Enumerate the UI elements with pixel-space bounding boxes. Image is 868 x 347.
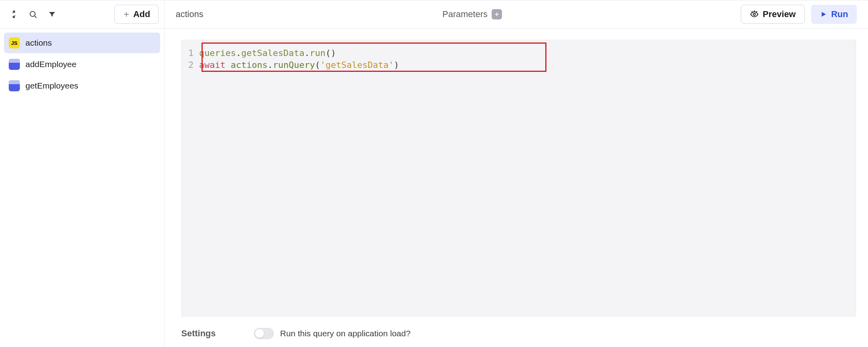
toggle-knob <box>255 329 264 338</box>
collapse-icon[interactable] <box>6 6 22 23</box>
settings-row: Settings Run this query on application l… <box>181 317 856 347</box>
code-line: await actions.runQuery('getSalesData') <box>199 59 399 71</box>
svg-line-9 <box>756 12 757 12</box>
preview-button-label: Preview <box>763 9 796 19</box>
play-icon <box>820 11 827 18</box>
filter-icon[interactable] <box>44 6 60 23</box>
code-line: queries.getSalesData.run() <box>199 47 399 59</box>
header-center: Parameters <box>210 9 734 19</box>
sidebar-item-actions[interactable]: JS actions <box>4 33 160 53</box>
run-button-label: Run <box>831 9 848 19</box>
eye-icon <box>750 10 759 19</box>
run-on-load-label: Run this query on application load? <box>280 329 411 338</box>
add-button-label: Add <box>133 9 150 19</box>
sidebar-item-label: addEmployee <box>25 60 76 69</box>
sidebar-item-getemployees[interactable]: getEmployees <box>4 75 160 96</box>
js-icon: JS <box>9 37 20 48</box>
svg-line-1 <box>35 16 36 17</box>
parameters-label: Parameters <box>442 9 488 19</box>
line-number: 1 <box>182 47 194 59</box>
code-lines: queries.getSalesData.run()await actions.… <box>199 42 399 71</box>
code-gutter: 1 2 <box>182 42 199 71</box>
sidebar-item-addemployee[interactable]: addEmployee <box>4 54 160 75</box>
svg-point-6 <box>753 13 756 15</box>
line-number: 2 <box>182 59 194 71</box>
sidebar-toolbar: Add <box>0 0 164 29</box>
main-header: actions Parameters Preview <box>165 0 868 29</box>
sidebar-items: JS actions addEmployee getEmployees <box>0 29 164 100</box>
code-inner: 1 2 queries.getSalesData.run()await acti… <box>182 40 856 71</box>
app-root: Add JS actions addEmployee getEmployees … <box>0 0 868 347</box>
sidebar-item-label: actions <box>25 38 52 48</box>
settings-label: Settings <box>181 328 216 339</box>
main-body: 1 2 queries.getSalesData.run()await acti… <box>165 29 868 347</box>
preview-button[interactable]: Preview <box>741 5 805 24</box>
page-title: actions <box>176 9 203 19</box>
sidebar: Add JS actions addEmployee getEmployees <box>0 0 165 347</box>
sidebar-item-label: getEmployees <box>25 81 78 91</box>
code-editor[interactable]: 1 2 queries.getSalesData.run()await acti… <box>181 40 856 317</box>
database-icon <box>9 59 20 70</box>
add-button[interactable]: Add <box>114 5 159 24</box>
add-parameter-button[interactable] <box>492 9 502 19</box>
svg-line-8 <box>752 12 752 12</box>
plus-icon <box>123 11 130 18</box>
main: actions Parameters Preview <box>165 0 868 347</box>
database-icon <box>9 80 20 91</box>
run-on-load-toggle[interactable] <box>254 328 274 339</box>
run-button[interactable]: Run <box>811 5 857 24</box>
search-icon[interactable] <box>25 6 41 23</box>
settings-control: Run this query on application load? <box>254 328 411 339</box>
